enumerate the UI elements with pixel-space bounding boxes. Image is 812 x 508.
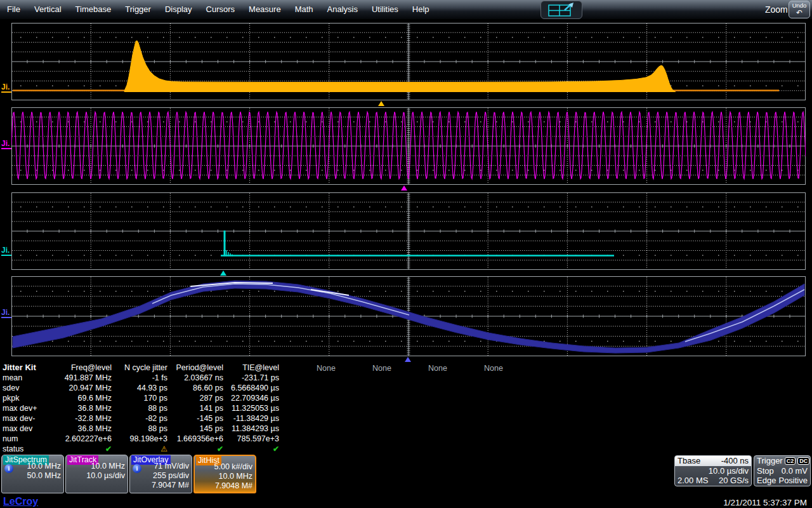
row-label: max dev- (3, 413, 56, 424)
descriptor-box-jitoverlay[interactable]: JitOverlayi71 mV/div255 ps/div7.9047 M# (129, 455, 192, 493)
descriptor-box-jittrack[interactable]: JitTrack10.0 MHz10.0 µs/div (65, 455, 128, 493)
descriptor-value-line: 7.9047 M# (152, 481, 189, 490)
trigger-position-marker-track[interactable] (401, 185, 407, 190)
row-label: sdev (3, 383, 56, 393)
menu-bar: FileVerticalTimebaseTriggerDisplayCursor… (0, 0, 812, 19)
waveform-svg-hist (11, 23, 806, 100)
measurement-value: -32.8 MHz (56, 413, 112, 424)
trigger-mode: Stop (757, 466, 774, 476)
trigger-position-marker-overlay[interactable] (405, 357, 411, 362)
measurement-value: 86.60 ps (167, 383, 223, 393)
waveform-svg-track (11, 107, 806, 185)
measurement-value: 88 ps (112, 424, 167, 434)
measurement-value: 145 ps (167, 424, 223, 434)
unused-param-header: None (317, 364, 336, 373)
oscilloscope-screen: FileVerticalTimebaseTriggerDisplayCursor… (0, 0, 812, 508)
zoom-button[interactable]: Zoom (765, 0, 788, 19)
measurement-value: 2.602227e+6 (56, 434, 112, 444)
table-title: Jitter Kit (3, 363, 56, 373)
row-label: num (3, 434, 56, 444)
status-cell: ✔ (223, 444, 279, 454)
menu-items: FileVerticalTimebaseTriggerDisplayCursor… (0, 0, 436, 19)
trace-label-hist[interactable]: Ji. (1, 83, 11, 93)
status-row: status✔⚠✔✔ (3, 444, 279, 454)
measurement-value: 88 ps (112, 403, 167, 413)
lecroy-logo: LeCroy (3, 496, 38, 507)
grid-panel-track[interactable] (11, 107, 806, 185)
menu-item-utilities[interactable]: Utilities (365, 0, 405, 19)
trigger-descriptor[interactable]: Trigger C2DC Stop 0.0 mV Edge Positive (754, 455, 811, 486)
trace-label-overlay[interactable]: Ji. (1, 309, 11, 318)
table-header-row: Jitter KitFreq@levelN cycle jitterPeriod… (3, 363, 279, 373)
trigger-level: 0.0 mV (782, 466, 808, 476)
table-row: max dev--32.8 MHz-82 ps-145 ps-11.38429 … (3, 413, 279, 424)
grid-panel-spectrum[interactable] (11, 192, 806, 270)
menu-item-analysis[interactable]: Analysis (320, 0, 365, 19)
trace-label-track[interactable]: Ji. (1, 140, 11, 149)
status-cell: ✔ (167, 444, 223, 454)
timebase-samples: 2.00 MS (678, 476, 708, 485)
menu-item-math[interactable]: Math (288, 0, 320, 19)
menu-item-cursors[interactable]: Cursors (199, 0, 242, 19)
descriptor-box-jithist[interactable]: JitHist5.00 k#/div10.0 MHz7.9048 M# (193, 455, 256, 493)
trigger-badge-c2: C2 (785, 457, 796, 465)
trigger-position-marker-hist[interactable] (378, 101, 384, 106)
descriptor-value-line: 10.0 MHz (86, 462, 125, 471)
menu-item-measure[interactable]: Measure (242, 0, 288, 19)
timebase-descriptor[interactable]: Tbase -400 ns 10.0 µs/div 2.00 MS 20 GS/… (674, 455, 752, 486)
timebase-title: Tbase (678, 456, 700, 466)
timebase-header: Tbase -400 ns (675, 456, 751, 466)
undo-button[interactable]: Undo ↶ (789, 1, 810, 18)
measurement-value: 44.93 ps (112, 383, 167, 393)
info-icon[interactable]: i (4, 464, 13, 473)
descriptor-values: 5.00 k#/div10.0 MHz7.9048 M# (214, 462, 252, 491)
descriptor-values: 10.0 MHz50.0 MHz (27, 462, 62, 481)
menu-item-file[interactable]: File (0, 0, 27, 19)
measurement-value: 6.5668490 µs (223, 383, 279, 393)
descriptor-value-line: 7.9048 M# (214, 481, 252, 491)
grid-panel-hist[interactable] (11, 23, 806, 100)
unused-param-header: None (484, 364, 503, 373)
menu-item-display[interactable]: Display (158, 0, 199, 19)
waveform-svg-overlay (11, 276, 806, 356)
descriptor-value-line: 255 ps/div (152, 471, 189, 481)
measurement-value: -145 ps (167, 413, 223, 424)
table-row: sdev20.947 MHz44.93 ps86.60 ps6.5668490 … (3, 383, 279, 393)
row-label: max dev (3, 424, 56, 434)
display-grid-button[interactable] (540, 1, 582, 19)
jitter-histogram-trace (124, 41, 676, 92)
timebase-rate: 20 GS/s (719, 476, 749, 485)
trigger-position-marker-spectrum[interactable] (220, 271, 226, 276)
measurement-value: 22.709346 µs (223, 393, 279, 403)
measurement-value: 785.597e+3 (223, 434, 279, 444)
descriptor-value-line: 71 mV/div (152, 462, 189, 471)
menu-item-help[interactable]: Help (405, 0, 436, 19)
measurement-value: -11.38429 µs (223, 413, 279, 424)
measurement-value: 98.198e+3 (112, 434, 167, 444)
measurement-value: 11.325053 µs (223, 403, 279, 413)
descriptor-values: 71 mV/div255 ps/div7.9047 M# (152, 462, 189, 490)
undo-arrow-icon: ↶ (789, 9, 809, 17)
warning-icon: ⚠ (160, 444, 167, 453)
grid-panel-overlay[interactable] (11, 276, 806, 356)
measurement-value: 170 ps (112, 393, 167, 403)
measurement-value: 36.8 MHz (56, 424, 112, 434)
column-header: N cycle jitter (112, 363, 167, 373)
row-label: mean (3, 373, 56, 383)
menu-item-trigger[interactable]: Trigger (118, 0, 158, 19)
status-cell: ✔ (56, 444, 112, 454)
descriptor-value-line: 10.0 MHz (27, 462, 62, 471)
measurement-table: Jitter KitFreq@levelN cycle jitterPeriod… (3, 363, 279, 454)
table-row: num2.602227e+698.198e+31.669356e+6785.59… (3, 434, 279, 444)
trace-label-spectrum[interactable]: Ji. (1, 246, 11, 256)
grid-layout-icon (544, 3, 579, 17)
descriptor-value-line: 10.0 MHz (214, 472, 252, 481)
info-icon[interactable]: i (133, 464, 141, 473)
measurement-value: -82 ps (112, 413, 167, 424)
descriptor-value-line: 50.0 MHz (27, 471, 62, 481)
menu-item-vertical[interactable]: Vertical (27, 0, 69, 19)
waveform-svg-spectrum (11, 192, 806, 270)
descriptor-box-jitspectrum[interactable]: JitSpectrumi10.0 MHz50.0 MHz (1, 455, 64, 493)
menu-item-timebase[interactable]: Timebase (69, 0, 119, 19)
column-header: Freq@level (56, 363, 112, 373)
